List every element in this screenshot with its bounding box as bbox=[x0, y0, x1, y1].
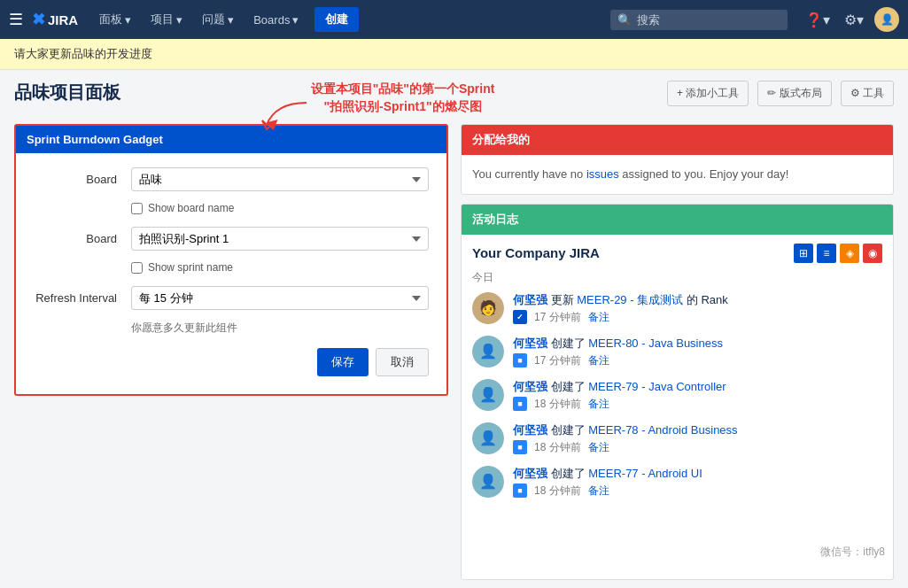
activity-content: 何坚强 创建了 MEER-80 - Java Business ■ 17 分钟前… bbox=[513, 336, 882, 368]
save-button[interactable]: 保存 bbox=[317, 348, 369, 376]
nav-project-label: 项目 bbox=[151, 12, 174, 27]
watermark-text: 微信号：itfly8 bbox=[820, 545, 885, 558]
nav-board-chevron-icon: ▾ bbox=[125, 13, 131, 27]
add-widget-button[interactable]: + 添加小工具 bbox=[667, 81, 749, 106]
nav-project-chevron-icon: ▾ bbox=[176, 13, 182, 27]
activity-avatar: 👤 bbox=[472, 422, 504, 454]
activity-main-text: 何坚强 创建了 MEER-80 - Java Business bbox=[513, 336, 882, 352]
activity-meta: ■ 18 分钟前 备注 bbox=[513, 440, 882, 455]
nav-issues-chevron-icon: ▾ bbox=[228, 13, 234, 27]
issue-type-icon: ■ bbox=[513, 484, 527, 498]
activity-user: 何坚强 bbox=[513, 380, 547, 393]
show-sprint-name-checkbox[interactable] bbox=[131, 262, 143, 274]
board-header: 品味项目面板 设置本项目"品味"的第一个Sprint "拍照识别-Sprint1… bbox=[14, 81, 894, 115]
board-label: Board bbox=[34, 173, 131, 186]
gadget-header: Sprint Burndown Gadget bbox=[16, 126, 446, 153]
refresh-label: Refresh Interval bbox=[34, 291, 131, 305]
layout-button[interactable]: ✏ 版式布局 bbox=[757, 81, 831, 106]
show-board-name-checkbox[interactable] bbox=[131, 203, 143, 214]
help-icon[interactable]: ❓▾ bbox=[802, 8, 834, 32]
tools-button[interactable]: ⚙ 工具 bbox=[841, 81, 894, 106]
activity-comment-link[interactable]: 备注 bbox=[588, 397, 609, 412]
activity-suffix: 的 Rank bbox=[687, 293, 728, 306]
activity-header: 活动日志 bbox=[462, 205, 893, 235]
rss1-icon[interactable]: ◈ bbox=[840, 244, 859, 263]
activity-issue-link[interactable]: MEER-77 - Android UI bbox=[588, 467, 702, 480]
activity-meta: ■ 18 分钟前 备注 bbox=[513, 397, 882, 412]
nav-item-project[interactable]: 项目 ▾ bbox=[144, 8, 190, 31]
user-avatar[interactable]: 👤 bbox=[874, 7, 899, 32]
content-columns: Sprint Burndown Gadget Board 品味 拍照识别 Sho… bbox=[14, 124, 894, 580]
activity-user: 何坚强 bbox=[513, 423, 547, 437]
activity-main-text: 何坚强 创建了 MEER-78 - Android Business bbox=[513, 422, 882, 438]
activity-comment-link[interactable]: 备注 bbox=[588, 310, 609, 325]
activity-comment-link[interactable]: 备注 bbox=[588, 440, 609, 455]
activity-time: 17 分钟前 bbox=[534, 353, 581, 368]
activity-item: 👤 何坚强 创建了 MEER-78 - Android Business ■ 1… bbox=[472, 422, 882, 455]
activity-content: 何坚强 创建了 MEER-78 - Android Business ■ 18 … bbox=[513, 422, 882, 455]
activity-meta: ■ 17 分钟前 备注 bbox=[513, 353, 882, 368]
annotation-arrow-icon bbox=[258, 98, 311, 134]
activity-action: 创建了 bbox=[551, 380, 589, 393]
search-icon: 🔍 bbox=[617, 13, 632, 27]
nav-issues-label: 问题 bbox=[202, 12, 225, 27]
list-view-icon[interactable]: ≡ bbox=[817, 244, 836, 263]
board-select[interactable]: 品味 拍照识别 bbox=[131, 167, 429, 191]
search-bar[interactable]: 🔍 bbox=[610, 10, 788, 30]
annotation-line1: 设置本项目"品味"的第一个Sprint bbox=[311, 81, 495, 98]
activity-content: 何坚强 创建了 MEER-77 - Android UI ■ 18 分钟前 备注 bbox=[513, 466, 882, 499]
activity-main-text: 何坚强 创建了 MEER-79 - Java Controller bbox=[513, 379, 882, 395]
assigned-header: 分配给我的 bbox=[462, 125, 893, 155]
right-icons: ❓▾ ⚙▾ 👤 bbox=[802, 7, 899, 32]
activity-issue-link[interactable]: MEER-78 - Android Business bbox=[588, 423, 737, 437]
activity-item: 🧑 何坚强 更新 MEER-29 - 集成测试 的 Rank ✓ 17 分钟前 … bbox=[472, 292, 882, 325]
activity-company-row: Your Company JIRA ⊞ ≡ ◈ ◉ bbox=[472, 244, 882, 263]
nav-boards-chevron-icon: ▾ bbox=[292, 13, 299, 27]
board-title: 品味项目面板 bbox=[14, 81, 120, 104]
nav-board-label: 面板 bbox=[99, 12, 122, 27]
nav-item-boards[interactable]: Boards ▾ bbox=[246, 10, 306, 30]
rss2-icon[interactable]: ◉ bbox=[863, 244, 882, 263]
refresh-select[interactable]: 每 15 分钟 每 30 分钟 每 1 小时 bbox=[131, 286, 429, 310]
activity-action: 创建了 bbox=[551, 467, 589, 480]
activity-comment-link[interactable]: 备注 bbox=[588, 353, 609, 368]
activity-issue-link[interactable]: MEER-29 - 集成测试 bbox=[577, 293, 683, 306]
show-sprint-name-label: Show sprint name bbox=[148, 261, 233, 274]
cancel-button[interactable]: 取消 bbox=[376, 348, 429, 376]
refresh-row: Refresh Interval 每 15 分钟 每 30 分钟 每 1 小时 bbox=[34, 286, 429, 310]
search-input[interactable] bbox=[637, 13, 761, 27]
activity-action: 创建了 bbox=[551, 337, 589, 350]
activity-issue-link[interactable]: MEER-80 - Java Business bbox=[588, 337, 723, 350]
assigned-text-before: You currently have no bbox=[472, 167, 586, 181]
activity-avatar: 👤 bbox=[472, 466, 504, 498]
activity-issue-link[interactable]: MEER-79 - Java Controller bbox=[588, 380, 726, 393]
activity-comment-link[interactable]: 备注 bbox=[588, 484, 609, 499]
issue-type-icon: ■ bbox=[513, 353, 527, 368]
activity-meta: ✓ 17 分钟前 备注 bbox=[513, 310, 882, 325]
jira-logo: ✖ JIRA bbox=[32, 10, 78, 29]
issue-type-icon: ■ bbox=[513, 397, 527, 411]
grid-view-icon[interactable]: ⊞ bbox=[794, 244, 813, 263]
nav-item-issues[interactable]: 问题 ▾ bbox=[195, 8, 241, 31]
show-sprint-name-row: Show sprint name bbox=[131, 261, 429, 274]
activity-user: 何坚强 bbox=[513, 467, 547, 480]
jira-logo-icon: ✖ bbox=[32, 10, 45, 29]
create-button[interactable]: 创建 bbox=[314, 7, 359, 32]
activity-user: 何坚强 bbox=[513, 337, 547, 350]
activity-company-name: Your Company JIRA bbox=[472, 245, 600, 260]
sprint-select-row: Board 拍照识别-Sprint 1 拍照识别-Sprint 2 bbox=[34, 227, 429, 251]
right-panel: 分配给我的 You currently have no issues assig… bbox=[461, 124, 894, 580]
menu-hamburger-icon[interactable]: ☰ bbox=[9, 10, 23, 29]
top-navigation: ☰ ✖ JIRA 面板 ▾ 项目 ▾ 问题 ▾ Boards ▾ 创建 🔍 ❓▾… bbox=[0, 0, 908, 39]
sprint-select[interactable]: 拍照识别-Sprint 1 拍照识别-Sprint 2 bbox=[131, 227, 429, 251]
issue-type-icon: ■ bbox=[513, 440, 527, 454]
board-select-row: Board 品味 拍照识别 bbox=[34, 167, 429, 191]
settings-icon[interactable]: ⚙▾ bbox=[841, 8, 867, 32]
board-actions: + 添加小工具 ✏ 版式布局 ⚙ 工具 bbox=[667, 81, 894, 106]
show-board-name-label: Show board name bbox=[148, 202, 234, 214]
activity-item: 👤 何坚强 创建了 MEER-79 - Java Controller ■ 18… bbox=[472, 379, 882, 412]
assigned-issues-link[interactable]: issues bbox=[586, 167, 619, 181]
nav-item-board[interactable]: 面板 ▾ bbox=[92, 8, 138, 31]
activity-time: 18 分钟前 bbox=[534, 440, 581, 455]
left-panel: Sprint Burndown Gadget Board 品味 拍照识别 Sho… bbox=[14, 124, 448, 580]
